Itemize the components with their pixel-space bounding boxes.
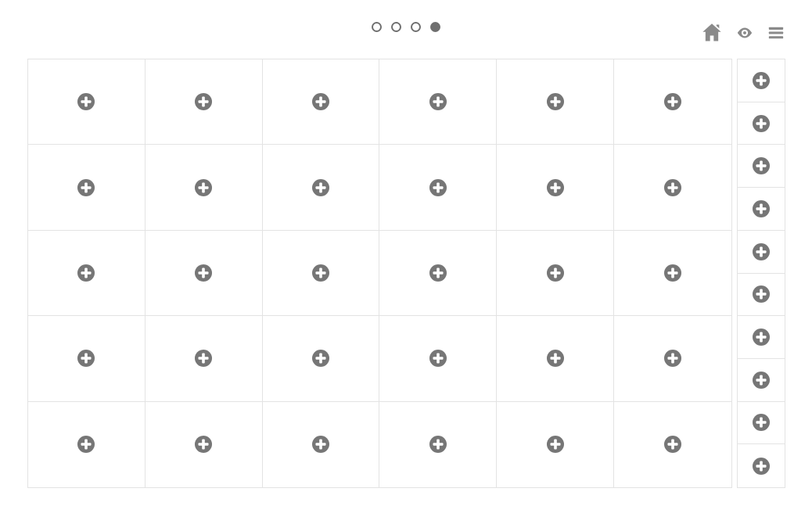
eye-icon[interactable]	[734, 24, 756, 41]
plus-circle-icon	[311, 178, 330, 197]
plus-circle-icon	[752, 413, 771, 432]
grid-cell-main-5[interactable]	[614, 59, 731, 145]
plus-circle-icon	[752, 285, 771, 303]
home-icon[interactable]	[701, 22, 723, 44]
plus-circle-icon	[311, 264, 330, 282]
grid-cell-main-25[interactable]	[146, 402, 263, 487]
topbar	[0, 0, 812, 59]
plus-circle-icon	[752, 71, 771, 90]
plus-circle-icon	[663, 435, 682, 454]
plus-circle-icon	[663, 264, 682, 282]
pagination-dot[interactable]	[430, 22, 440, 32]
plus-circle-icon	[429, 178, 447, 197]
grid-cell-main-4[interactable]	[497, 59, 614, 145]
grid-cell-side-9[interactable]	[738, 444, 785, 487]
grid-cell-side-3[interactable]	[738, 188, 785, 231]
grid-cell-main-20[interactable]	[263, 316, 380, 401]
grid-cell-main-24[interactable]	[28, 402, 146, 487]
plus-circle-icon	[194, 264, 213, 282]
grid-cell-main-2[interactable]	[263, 59, 380, 145]
plus-circle-icon	[546, 92, 565, 111]
plus-circle-icon	[546, 435, 565, 454]
grid-cell-main-14[interactable]	[263, 231, 380, 316]
plus-circle-icon	[77, 435, 95, 454]
grid-cell-main-0[interactable]	[28, 59, 146, 145]
plus-circle-icon	[752, 457, 771, 476]
plus-circle-icon	[752, 114, 771, 133]
pagination-dot[interactable]	[372, 22, 382, 32]
plus-circle-icon	[77, 349, 95, 368]
grid-cell-side-0[interactable]	[738, 59, 785, 102]
grid-cell-main-9[interactable]	[379, 145, 497, 230]
grid-cell-main-19[interactable]	[146, 316, 263, 401]
grid-cell-main-29[interactable]	[614, 402, 731, 487]
grid-cell-main-22[interactable]	[497, 316, 614, 401]
grid-cell-main-26[interactable]	[263, 402, 380, 487]
menu-icon[interactable]	[767, 24, 785, 41]
plus-circle-icon	[663, 178, 682, 197]
grid-cell-main-1[interactable]	[146, 59, 263, 145]
grid-cell-main-13[interactable]	[146, 231, 263, 316]
plus-circle-icon	[311, 92, 330, 111]
plus-circle-icon	[663, 92, 682, 111]
grid-cell-main-11[interactable]	[614, 145, 731, 230]
plus-circle-icon	[663, 349, 682, 368]
grid-cell-side-2[interactable]	[738, 145, 785, 188]
plus-circle-icon	[429, 349, 447, 368]
plus-circle-icon	[77, 178, 95, 197]
plus-circle-icon	[429, 92, 447, 111]
grid-cell-main-28[interactable]	[497, 402, 614, 487]
grid-cell-main-27[interactable]	[379, 402, 497, 487]
plus-circle-icon	[77, 264, 95, 282]
plus-circle-icon	[194, 92, 213, 111]
grid-cell-main-18[interactable]	[28, 316, 146, 401]
grid-cell-main-23[interactable]	[614, 316, 731, 401]
grid-cell-main-6[interactable]	[28, 145, 146, 230]
pagination-dots	[372, 22, 440, 32]
plus-circle-icon	[429, 435, 447, 454]
plus-circle-icon	[752, 328, 771, 346]
grid-cell-main-17[interactable]	[614, 231, 731, 316]
plus-circle-icon	[546, 349, 565, 368]
side-grid	[737, 59, 785, 488]
grid-cell-main-12[interactable]	[28, 231, 146, 316]
plus-circle-icon	[546, 178, 565, 197]
plus-circle-icon	[752, 371, 771, 390]
grid-cell-side-8[interactable]	[738, 402, 785, 445]
plus-circle-icon	[311, 349, 330, 368]
plus-circle-icon	[752, 199, 771, 218]
grid-cell-main-3[interactable]	[379, 59, 497, 145]
plus-circle-icon	[311, 435, 330, 454]
grid-cell-side-6[interactable]	[738, 316, 785, 359]
plus-circle-icon	[194, 349, 213, 368]
pagination-dot[interactable]	[411, 22, 421, 32]
plus-circle-icon	[546, 264, 565, 282]
plus-circle-icon	[194, 178, 213, 197]
grid-cell-side-5[interactable]	[738, 274, 785, 317]
grid-cell-main-8[interactable]	[263, 145, 380, 230]
grid-cell-side-4[interactable]	[738, 231, 785, 274]
plus-circle-icon	[77, 92, 95, 111]
plus-circle-icon	[752, 242, 771, 261]
main-grid	[27, 59, 732, 488]
plus-circle-icon	[429, 264, 447, 282]
topbar-actions	[701, 22, 785, 44]
grid-cell-main-7[interactable]	[146, 145, 263, 230]
grid-cell-main-16[interactable]	[497, 231, 614, 316]
grid-cell-side-7[interactable]	[738, 359, 785, 402]
grid-cell-main-10[interactable]	[497, 145, 614, 230]
grid-cell-side-1[interactable]	[738, 102, 785, 145]
grid-cell-main-15[interactable]	[379, 231, 497, 316]
grid-cell-main-21[interactable]	[379, 316, 497, 401]
plus-circle-icon	[194, 435, 213, 454]
plus-circle-icon	[752, 156, 771, 175]
pagination-dot[interactable]	[391, 22, 401, 32]
